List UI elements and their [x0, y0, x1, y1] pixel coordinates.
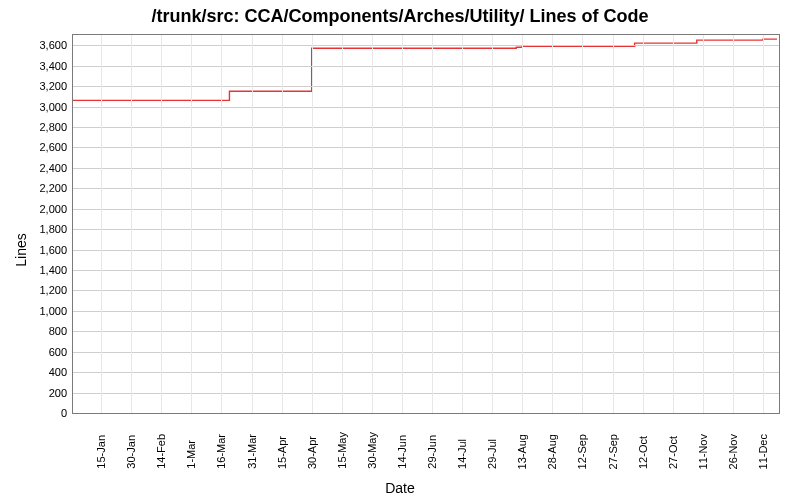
- y-tick-label: 2,400: [39, 162, 73, 174]
- y-axis-label: Lines: [13, 233, 29, 266]
- x-tick-label: 29-Jul: [486, 439, 498, 469]
- x-tick-label: 31-Mar: [246, 434, 258, 469]
- x-tick-label: 26-Nov: [727, 434, 739, 469]
- x-gridline: [552, 35, 553, 413]
- x-tick-label: 14-Jun: [396, 435, 408, 469]
- x-gridline: [492, 35, 493, 413]
- x-tick-label: 13-Aug: [516, 434, 528, 469]
- x-tick-label: 15-Apr: [276, 436, 288, 469]
- x-gridline: [402, 35, 403, 413]
- x-gridline: [643, 35, 644, 413]
- x-gridline: [191, 35, 192, 413]
- y-tick-label: 1,200: [39, 284, 73, 296]
- y-tick-label: 400: [49, 366, 73, 378]
- x-gridline: [221, 35, 222, 413]
- x-tick-label: 16-Mar: [215, 434, 227, 469]
- x-gridline: [252, 35, 253, 413]
- y-tick-label: 3,400: [39, 60, 73, 72]
- x-gridline: [372, 35, 373, 413]
- x-gridline: [101, 35, 102, 413]
- y-tick-label: 1,600: [39, 244, 73, 256]
- x-tick-label: 11-Nov: [697, 434, 709, 469]
- x-tick-label: 30-Jan: [125, 435, 137, 469]
- y-tick-label: 3,600: [39, 39, 73, 51]
- x-tick-label: 27-Sep: [607, 434, 619, 469]
- x-gridline: [582, 35, 583, 413]
- x-tick-label: 12-Oct: [637, 436, 649, 469]
- x-tick-label: 14-Feb: [155, 434, 167, 469]
- x-gridline: [673, 35, 674, 413]
- y-tick-label: 3,200: [39, 80, 73, 92]
- x-gridline: [282, 35, 283, 413]
- y-tick-label: 2,000: [39, 203, 73, 215]
- x-tick-label: 1-Mar: [185, 440, 197, 469]
- x-gridline: [342, 35, 343, 413]
- x-tick-label: 28-Aug: [546, 434, 558, 469]
- x-tick-label: 12-Sep: [576, 434, 588, 469]
- x-tick-label: 14-Jul: [456, 439, 468, 469]
- chart-container: /trunk/src: CCA/Components/Arches/Utilit…: [0, 0, 800, 500]
- y-tick-label: 2,800: [39, 121, 73, 133]
- x-gridline: [462, 35, 463, 413]
- x-tick-label: 11-Dec: [757, 434, 769, 469]
- x-tick-label: 30-Apr: [306, 436, 318, 469]
- plot-area: 02004006008001,0001,2001,4001,6001,8002,…: [72, 34, 780, 414]
- y-tick-label: 1,000: [39, 305, 73, 317]
- y-tick-label: 2,600: [39, 141, 73, 153]
- x-gridline: [522, 35, 523, 413]
- x-tick-label: 30-May: [366, 432, 378, 469]
- x-gridline: [131, 35, 132, 413]
- x-axis-label: Date: [0, 480, 800, 496]
- x-gridline: [161, 35, 162, 413]
- y-tick-label: 3,000: [39, 101, 73, 113]
- chart-title: /trunk/src: CCA/Components/Arches/Utilit…: [0, 6, 800, 27]
- y-tick-label: 1,800: [39, 223, 73, 235]
- y-tick-label: 1,400: [39, 264, 73, 276]
- y-tick-label: 0: [61, 407, 73, 419]
- x-tick-label: 27-Oct: [667, 436, 679, 469]
- x-gridline: [733, 35, 734, 413]
- x-gridline: [703, 35, 704, 413]
- x-gridline: [763, 35, 764, 413]
- x-tick-label: 29-Jun: [426, 435, 438, 469]
- series-line: [73, 39, 777, 100]
- y-tick-label: 2,200: [39, 182, 73, 194]
- x-gridline: [613, 35, 614, 413]
- x-gridline: [432, 35, 433, 413]
- y-tick-label: 600: [49, 346, 73, 358]
- x-gridline: [312, 35, 313, 413]
- x-tick-label: 15-Jan: [95, 435, 107, 469]
- x-tick-label: 15-May: [336, 432, 348, 469]
- y-tick-label: 200: [49, 387, 73, 399]
- y-tick-label: 800: [49, 325, 73, 337]
